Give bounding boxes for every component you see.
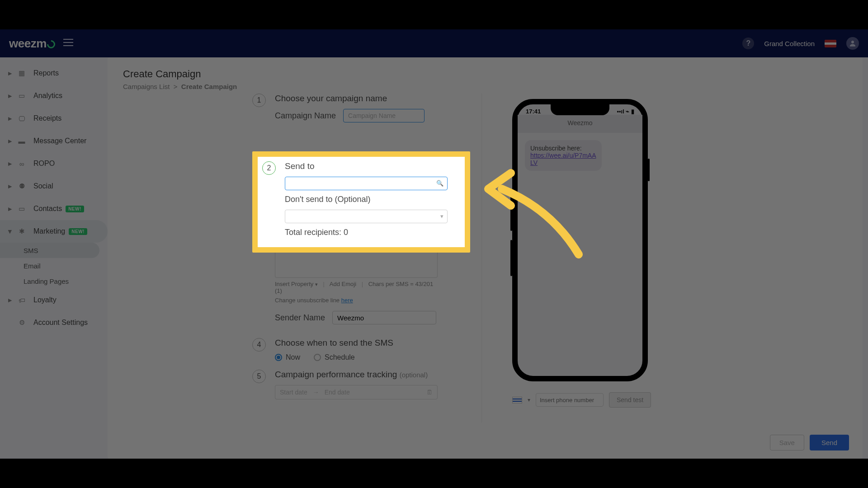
new-badge: NEW!: [69, 228, 87, 235]
step-2-title: Send to: [285, 161, 460, 171]
total-recipients: Total recipients: 0: [285, 228, 460, 237]
help-icon: ?: [742, 38, 754, 49]
sidebar: ▶▦Reports ▶▭Analytics ▶🖵Receipts ▶▬Messa…: [0, 57, 108, 459]
app-header: weezm ? Grand Collection: [0, 29, 868, 57]
chevron-down-icon: ▾: [440, 213, 443, 220]
sender-name-input[interactable]: [332, 311, 436, 324]
dont-send-select[interactable]: ▾: [285, 210, 448, 223]
sidebar-item-account-settings[interactable]: ▶⚙Account Settings: [0, 311, 108, 334]
send-button[interactable]: Send: [810, 435, 849, 450]
hamburger-icon[interactable]: [63, 39, 73, 48]
locale-flag[interactable]: [825, 40, 836, 47]
step-1: 1 Choose your campaign name Campaign Nam…: [252, 94, 483, 128]
dashboard-icon: ▦: [16, 69, 27, 77]
avatar-icon: [846, 37, 859, 50]
send-to-select[interactable]: 🔍: [285, 177, 448, 190]
message-icon: ▬: [16, 137, 27, 145]
breadcrumb-current: Create Campaign: [181, 83, 237, 90]
logo: weezm: [9, 37, 55, 51]
radio-now[interactable]: Now: [275, 353, 300, 361]
unsub-here-link[interactable]: here: [341, 297, 353, 304]
account-name[interactable]: Grand Collection: [764, 40, 815, 47]
sidebar-item-contacts[interactable]: ▶▭ContactsNEW!: [0, 197, 108, 220]
sidebar-item-analytics[interactable]: ▶▭Analytics: [0, 84, 108, 107]
sidebar-item-reports[interactable]: ▶▦Reports: [0, 62, 108, 84]
step-1-badge: 1: [252, 94, 266, 107]
sidebar-item-social[interactable]: ▶⚉Social: [0, 175, 108, 197]
sms-preview-link: https://wee.ai/u/P7mAALV: [530, 152, 596, 166]
unsub-helper: Change unsubscribe line here: [275, 297, 438, 304]
radio-schedule[interactable]: Schedule: [314, 353, 355, 361]
send-test-button[interactable]: Send test: [609, 392, 651, 408]
calendar-icon: 🗓: [426, 389, 433, 396]
gear-icon: ⚙: [16, 319, 27, 327]
help-button[interactable]: ?: [742, 38, 754, 49]
save-button[interactable]: Save: [770, 435, 804, 450]
sidebar-item-message-center[interactable]: ▶▬Message Center: [0, 130, 108, 152]
campaign-name-input[interactable]: [343, 109, 425, 122]
step-2-badge: 2: [262, 161, 276, 175]
marketing-icon: ✱: [16, 227, 27, 235]
app-viewport: weezm ? Grand Collection ▶▦Reports ▶▭Ana…: [0, 29, 868, 459]
phone-notch: [551, 103, 609, 115]
sender-name-label: Sender Name: [275, 313, 325, 323]
receipts-icon: 🖵: [16, 115, 27, 122]
end-date-placeholder: End date: [325, 389, 350, 396]
step-5-title: Campaign performance tracking (optional): [275, 370, 483, 380]
svg-point-0: [851, 41, 854, 43]
signal-battery-icon: ••ıl ⌁ ▮: [617, 108, 634, 115]
flag-il-icon[interactable]: [512, 397, 522, 404]
arrow-right-icon: →: [313, 389, 319, 396]
campaign-name-label: Campaign Name: [275, 111, 336, 121]
step-4: 4 Choose when to send the SMS Now Schedu…: [252, 338, 483, 361]
step-5-badge: 5: [252, 370, 266, 383]
sidebar-item-marketing[interactable]: ▶✱MarketingNEW!: [0, 220, 108, 243]
chevron-down-icon: ▾: [315, 282, 318, 287]
start-date-placeholder: Start date: [280, 389, 307, 396]
flag-us-icon: [825, 40, 836, 47]
breadcrumb-back[interactable]: Campaigns List: [123, 83, 170, 90]
sidebar-item-ropo[interactable]: ▶∞ROPO: [0, 152, 108, 175]
sidebar-subitem-sms[interactable]: SMS: [0, 243, 99, 258]
sidebar-subitem-email[interactable]: Email: [0, 258, 108, 273]
highlight-step-2: 2 Send to 🔍 Don't send to (Optional) ▾ T…: [252, 151, 470, 253]
sidebar-item-loyalty[interactable]: ▶🏷Loyalty: [0, 289, 108, 311]
sidebar-item-receipts[interactable]: ▶🖵Receipts: [0, 107, 108, 130]
step-4-title: Choose when to send the SMS: [275, 338, 483, 348]
ropo-icon: ∞: [16, 160, 27, 168]
search-icon: 🔍: [436, 180, 443, 187]
footer-actions: Save Send: [770, 435, 849, 450]
insert-property-button[interactable]: Insert Property ▾: [275, 281, 318, 287]
page-title: Create Campaign: [123, 68, 847, 80]
breadcrumb: Campaigns List > Create Campaign: [123, 83, 847, 90]
editor-helpers: Insert Property ▾ | Add Emoji | Chars pe…: [275, 281, 438, 294]
add-emoji-button[interactable]: Add Emoji: [330, 281, 356, 287]
test-phone-input[interactable]: [536, 393, 604, 407]
phone-app-title: Weezmo: [518, 115, 642, 133]
profile-avatar[interactable]: [846, 37, 859, 50]
dont-send-label: Don't send to (Optional): [285, 195, 460, 204]
contacts-icon: ▭: [16, 205, 27, 213]
sms-preview-bubble: Unsubscribe here: https://wee.ai/u/P7mAA…: [525, 140, 602, 171]
phone-side-button-icon: [648, 159, 650, 181]
loyalty-icon: 🏷: [16, 296, 27, 304]
date-range-input[interactable]: Start date → End date 🗓: [275, 385, 438, 399]
sidebar-subitem-landing-pages[interactable]: Landing Pages: [0, 273, 108, 289]
step-5: 5 Campaign performance tracking (optiona…: [252, 370, 483, 399]
step-4-badge: 4: [252, 338, 266, 352]
annotation-arrow-icon: [484, 169, 592, 259]
step-1-title: Choose your campaign name: [275, 94, 483, 103]
analytics-icon: ▭: [16, 92, 27, 100]
new-badge: NEW!: [66, 206, 84, 212]
logo-o-icon: [45, 38, 57, 50]
chevron-down-icon: ▾: [528, 397, 530, 403]
social-icon: ⚉: [16, 182, 27, 190]
